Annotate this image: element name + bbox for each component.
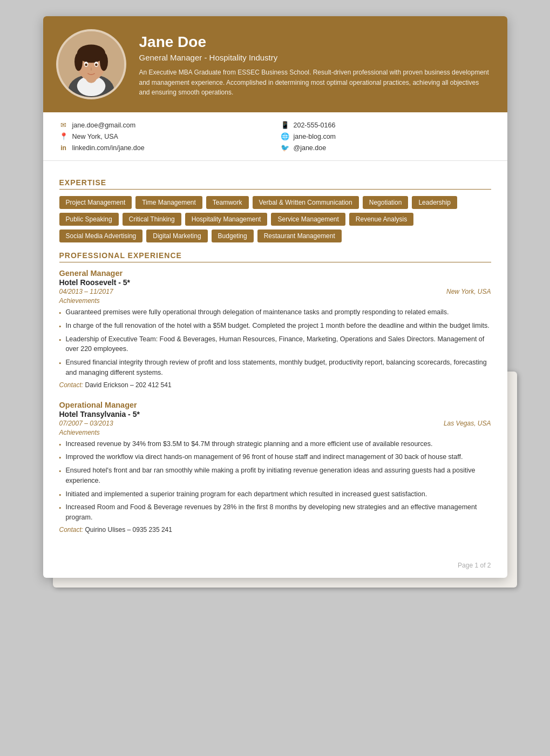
bullet-icon: ▪ <box>59 322 62 331</box>
exp-job-title: Operational Manager <box>59 401 491 409</box>
svg-point-11 <box>95 64 98 66</box>
website-icon: 🌐 <box>281 132 289 140</box>
bullet-text: Leadership of Executive Team: Food & Bev… <box>65 334 491 355</box>
experience-section-title: PROFESSIONAL EXPERIENCE <box>59 251 491 262</box>
exp-meta: 07/2007 – 03/2013 Las Vegas, USA <box>59 420 491 427</box>
exp-meta: 04/2013 – 11/2017 New York, USA <box>59 288 491 295</box>
skill-tag: Public Speaking <box>59 213 119 226</box>
linkedin-icon: in <box>59 144 68 152</box>
exp-contact: Contact: Quirino Ulises – 0935 235 241 <box>59 526 491 534</box>
list-item: ▪ Increased Room and Food & Beverage rev… <box>59 502 491 523</box>
bullet-text: Increased Room and Food & Beverage reven… <box>65 502 491 523</box>
bullet-icon: ▪ <box>59 467 62 486</box>
bullet-icon: ▪ <box>59 308 62 318</box>
skill-tag: Leadership <box>412 196 457 209</box>
email-value: jane.doe@gmail.com <box>72 122 136 129</box>
list-item: ▪ Leadership of Executive Team: Food & B… <box>59 334 491 355</box>
skill-tag: Restaurant Management <box>257 230 342 242</box>
list-item: ▪ Ensured hotel's front and bar ran smoo… <box>59 465 491 486</box>
bullet-text: Ensured financial integrity through revi… <box>65 357 491 378</box>
bullet-icon: ▪ <box>59 503 62 523</box>
skill-tag: Revenue Analysis <box>349 213 413 226</box>
list-item: ▪ Guaranteed premises were fully operati… <box>59 307 491 318</box>
twitter-value: @jane.doe <box>294 144 327 152</box>
contact-twitter: 🐦 @jane.doe <box>281 144 491 152</box>
location-icon: 📍 <box>59 132 68 140</box>
bullet-icon: ▪ <box>59 440 62 449</box>
bullet-text: Initiated and implemented a superior tra… <box>65 489 427 500</box>
summary-text: An Executive MBA Graduate from ESSEC Bus… <box>139 68 491 98</box>
resume-page: Jane Doe General Manager - Hospitality I… <box>43 16 507 578</box>
skill-tag: Digital Marketing <box>146 230 207 242</box>
skill-tag: Verbal & Written Communication <box>253 196 359 209</box>
header-info: Jane Doe General Manager - Hospitality I… <box>139 29 491 98</box>
skill-tag: Time Management <box>135 196 202 209</box>
list-item: ▪ Improved the workflow via direct hands… <box>59 452 491 462</box>
skill-tag: Social Media Advertising <box>59 230 143 242</box>
skill-tag: Teamwork <box>206 196 249 209</box>
contact-website: 🌐 jane-blog.com <box>281 132 491 140</box>
contact-location: 📍 New York, USA <box>59 132 270 140</box>
bullet-icon: ▪ <box>59 490 62 500</box>
expertise-tags: Project ManagementTime ManagementTeamwor… <box>59 196 491 242</box>
bullet-icon: ▪ <box>59 453 62 462</box>
bullet-text: Improved the workflow via direct hands-o… <box>65 452 463 462</box>
exp-job-title: General Manager <box>59 269 491 278</box>
list-item: ▪ Ensured financial integrity through re… <box>59 357 491 378</box>
list-item: ▪ Increased revenue by 34% from $3.5M to… <box>59 439 491 449</box>
exp-location: New York, USA <box>446 288 491 295</box>
website-value: jane-blog.com <box>294 133 336 140</box>
experience-item: Operational Manager Hotel Transylvania -… <box>59 401 491 534</box>
phone-value: 202-555-0166 <box>294 122 336 129</box>
contact-linkedin: in linkedin.com/in/jane.doe <box>59 144 270 152</box>
main-content: EXPERTISE Project ManagementTime Managem… <box>43 161 507 556</box>
skill-tag: Service Management <box>271 213 345 226</box>
skill-tag: Project Management <box>59 196 132 209</box>
skill-tag: Hospitality Management <box>185 213 268 226</box>
exp-contact: Contact: David Erickson – 202 412 541 <box>59 381 491 389</box>
experience-container: General Manager Hotel Roosevelt - 5* 04/… <box>59 269 491 534</box>
contact-section: ✉ jane.doe@gmail.com 📱 202-555-0166 📍 Ne… <box>43 112 507 161</box>
bullet-text: Ensured hotel's front and bar ran smooth… <box>65 465 491 486</box>
bullet-icon: ▪ <box>59 359 62 378</box>
bullet-icon: ▪ <box>59 335 62 355</box>
location-value: New York, USA <box>72 133 118 140</box>
achievements-list: ▪ Guaranteed premises were fully operati… <box>59 307 491 378</box>
expertise-section-title: EXPERTISE <box>59 178 491 190</box>
list-item: ▪ In charge of the full renovation of th… <box>59 321 491 331</box>
achievements-label: Achievements <box>59 297 491 305</box>
contact-person: Quirino Ulises – 0935 235 241 <box>85 526 172 534</box>
svg-point-7 <box>99 52 107 71</box>
skill-tag: Negotiation <box>363 196 409 209</box>
header-section: Jane Doe General Manager - Hospitality I… <box>43 16 507 112</box>
page-number: Page 1 of 2 <box>43 556 507 578</box>
phone-icon: 📱 <box>281 121 289 129</box>
bullet-text: Increased revenue by 34% from $3.5M to $… <box>65 439 432 449</box>
exp-location: Las Vegas, USA <box>444 420 491 427</box>
twitter-icon: 🐦 <box>281 144 289 152</box>
skill-tag: Budgeting <box>212 230 254 242</box>
exp-company: Hotel Roosevelt - 5* <box>59 278 491 287</box>
avatar <box>56 29 126 99</box>
exp-date: 07/2007 – 03/2013 <box>59 420 113 427</box>
email-icon: ✉ <box>59 121 68 129</box>
skill-tag: Critical Thinking <box>123 213 181 226</box>
exp-date: 04/2013 – 11/2017 <box>59 288 113 295</box>
bullet-text: Guaranteed premises were fully operation… <box>65 307 449 318</box>
exp-company: Hotel Transylvania - 5* <box>59 410 491 418</box>
achievements-list: ▪ Increased revenue by 34% from $3.5M to… <box>59 439 491 523</box>
contact-phone: 📱 202-555-0166 <box>281 121 491 129</box>
achievements-label: Achievements <box>59 429 491 436</box>
list-item: ▪ Initiated and implemented a superior t… <box>59 489 491 500</box>
experience-item: General Manager Hotel Roosevelt - 5* 04/… <box>59 269 491 389</box>
person-name: Jane Doe <box>139 33 491 51</box>
svg-point-6 <box>74 52 83 71</box>
job-title: General Manager - Hospitality Industry <box>139 53 491 62</box>
page-wrapper: Page 2 of 2 <box>43 16 507 578</box>
bullet-text: In charge of the full renovation of the … <box>65 321 489 331</box>
svg-point-10 <box>85 64 87 66</box>
contact-person: David Erickson – 202 412 541 <box>85 381 172 389</box>
contact-email: ✉ jane.doe@gmail.com <box>59 121 270 129</box>
linkedin-value: linkedin.com/in/jane.doe <box>72 144 145 152</box>
